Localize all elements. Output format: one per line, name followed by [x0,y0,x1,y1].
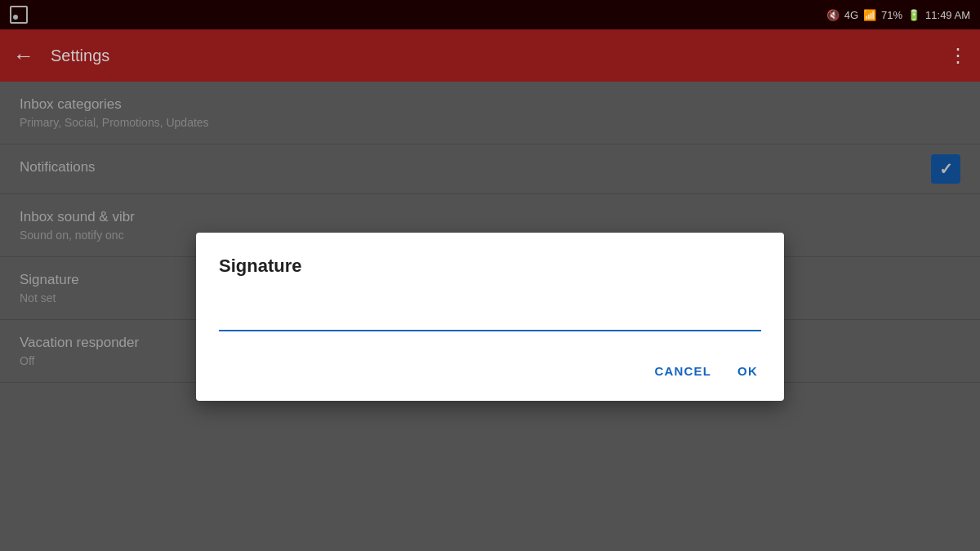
network-label: 4G [844,9,858,21]
battery-icon: 🔋 [907,9,920,21]
time-label: 11:49 AM [925,9,970,21]
dialog-actions: CANCEL OK [219,358,761,384]
dialog-title: Signature [219,256,761,277]
settings-content: Inbox categories Primary, Social, Promot… [0,82,980,551]
dialog-input-wrapper [219,300,761,331]
signature-input[interactable] [219,300,761,331]
status-bar-left [10,6,28,24]
cancel-button[interactable]: CANCEL [651,358,715,384]
overflow-menu-button[interactable]: ⋮ [948,44,967,67]
gallery-icon [10,6,28,24]
toolbar-title: Settings [51,47,948,65]
toolbar: ← Settings ⋮ [0,29,980,82]
signal-icon: 📶 [863,9,876,21]
back-button[interactable]: ← [13,45,34,66]
status-bar-right: 🔇 4G 📶 71% 🔋 11:49 AM [826,9,970,21]
dialog-overlay: Signature CANCEL OK [0,82,980,551]
status-bar: 🔇 4G 📶 71% 🔋 11:49 AM [0,0,980,29]
signature-dialog: Signature CANCEL OK [196,233,784,401]
mute-icon: 🔇 [826,9,840,21]
ok-button[interactable]: OK [734,358,761,384]
battery-label: 71% [881,9,902,21]
